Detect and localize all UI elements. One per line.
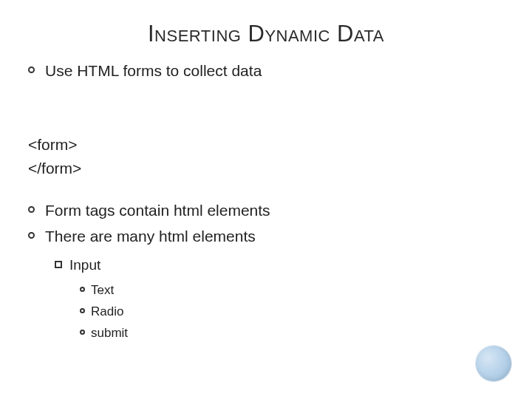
slide-content: Use HTML forms to collect data <form> </… — [28, 61, 502, 346]
bullet-text: There are many html elements — [45, 226, 256, 247]
list-item: Use HTML forms to collect data — [28, 61, 502, 81]
dot-icon — [80, 330, 85, 335]
code-line: </form> — [28, 157, 502, 180]
list-item: There are many html elements — [28, 226, 502, 247]
list-item: Input — [55, 256, 502, 275]
bullet-text: Text — [91, 282, 114, 299]
bullet-text: Radio — [91, 304, 123, 321]
dot-icon — [80, 287, 85, 292]
square-icon — [55, 261, 62, 268]
list-item: Form tags contain html elements — [28, 200, 502, 221]
list-item: Radio — [80, 304, 502, 321]
spacer — [28, 86, 502, 133]
bullet-text: Input — [69, 256, 100, 275]
decorative-sphere-icon — [476, 346, 511, 381]
bullet-text: Form tags contain html elements — [45, 200, 270, 221]
bullet-text: submit — [91, 325, 128, 342]
bullet-text: Use HTML forms to collect data — [45, 61, 262, 81]
bullet-icon — [28, 206, 35, 213]
list-item: submit — [80, 325, 502, 342]
list-item: Text — [80, 282, 502, 299]
slide-title: Inserting Dynamic Data — [0, 21, 532, 47]
code-line: <form> — [28, 133, 502, 157]
spacer — [28, 180, 502, 200]
bullet-icon — [28, 66, 35, 73]
dot-icon — [80, 308, 85, 313]
slide: Inserting Dynamic Data Use HTML forms to… — [0, 0, 532, 399]
bullet-icon — [28, 232, 35, 239]
